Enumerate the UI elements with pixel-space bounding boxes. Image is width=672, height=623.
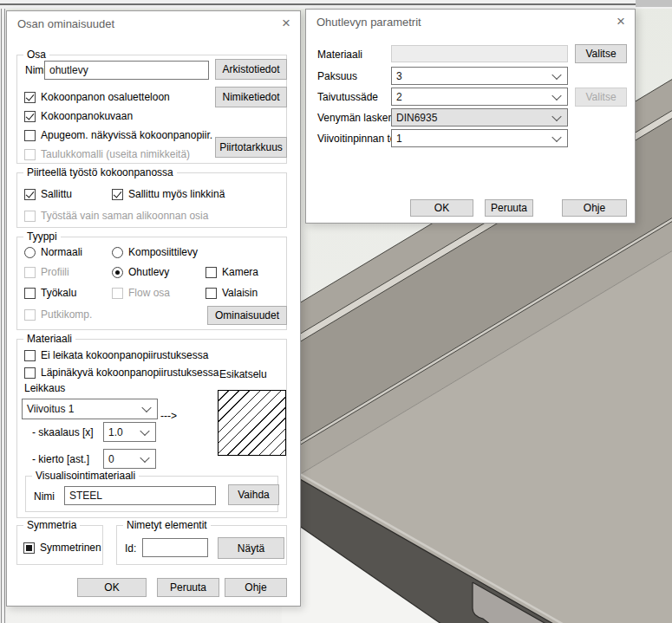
- checkbox-box: [24, 149, 36, 160]
- checkbox-symmetrinen[interactable]: Symmetrinen: [23, 541, 101, 555]
- bend-radius-select[interactable]: 2: [391, 88, 568, 106]
- checkbox-box[interactable]: [112, 189, 123, 200]
- close-icon[interactable]: ×: [617, 12, 625, 31]
- ohje-button[interactable]: Ohje: [225, 578, 287, 597]
- esikatselu-label: Esikatselu: [219, 368, 267, 380]
- combo-value: 3: [396, 70, 402, 82]
- arrow-label: --->: [160, 410, 177, 422]
- radio-circle[interactable]: [112, 247, 123, 258]
- checkbox-tyokalu[interactable]: Työkalu: [24, 286, 76, 300]
- checkbox-label: Työkalu: [41, 287, 76, 299]
- arkistotiedot-button[interactable]: Arkistotiedot: [215, 59, 287, 80]
- checkbox-lapinakyva[interactable]: Läpinäkyvä kokoonpanopiirustuksessa: [24, 366, 219, 380]
- checkbox-kamera[interactable]: Kamera: [206, 265, 258, 279]
- group-label: Materiaali: [23, 333, 75, 345]
- checkbox-label: Putkikomp.: [41, 308, 92, 321]
- peruuta-button[interactable]: Peruuta: [485, 199, 533, 217]
- elongation-select[interactable]: DIN6935: [391, 108, 568, 127]
- chevron-down-icon: [140, 425, 149, 435]
- dialog-title: Osan ominaisuudet: [7, 11, 300, 36]
- checkbox-label: Taulukkomalli (useita nimikkeitä): [41, 148, 190, 160]
- checkbox-box[interactable]: [24, 130, 36, 141]
- nimi-label: Nimi: [25, 64, 46, 76]
- checkbox-box[interactable]: [206, 288, 217, 299]
- hatch-rotation-select[interactable]: 0: [103, 449, 156, 469]
- combo-value: 2: [396, 91, 402, 103]
- nayta-button[interactable]: Näytä: [218, 537, 284, 559]
- ohje-button[interactable]: Ohje: [562, 199, 627, 217]
- radio-normaali[interactable]: Normaali: [24, 245, 82, 259]
- kierto-label: - kierto [ast.]: [32, 453, 89, 465]
- piirtotarkkuus-button[interactable]: Piirtotarkkuus: [215, 137, 287, 158]
- radio-circle[interactable]: [24, 247, 36, 258]
- checkbox-label: Apugeom. näkyvissä kokoonpanopiir.: [41, 129, 212, 141]
- checkbox-box[interactable]: [23, 542, 35, 554]
- group-label: Visualisointimateriaali: [32, 470, 139, 482]
- checkbox-label: Työstää vain saman alikoonnan osia: [41, 210, 208, 222]
- tolerance-select[interactable]: 1: [391, 129, 568, 147]
- chevron-down-icon: [141, 403, 151, 412]
- checkbox-profiili: Profiili: [24, 265, 69, 279]
- element-id-input[interactable]: [142, 538, 208, 557]
- chevron-down-icon: [551, 132, 561, 141]
- thickness-select[interactable]: 3: [391, 67, 568, 85]
- checkbox-box[interactable]: [24, 288, 36, 299]
- nimi-label-row: Nimi: [25, 63, 46, 77]
- ominaisuudet-button[interactable]: Ominaisuudet: [207, 306, 287, 325]
- checkbox-flow-osa: Flow osa: [112, 286, 170, 300]
- chevron-down-icon: [551, 90, 561, 100]
- group-label: Symmetria: [23, 519, 80, 531]
- checkbox-label: Symmetrinen: [40, 542, 101, 554]
- radio-circle[interactable]: [112, 267, 123, 278]
- checkbox-box[interactable]: [206, 267, 217, 278]
- radio-label: Normaali: [41, 246, 82, 258]
- peruuta-button[interactable]: Peruuta: [157, 578, 219, 597]
- chevron-down-icon: [551, 111, 561, 120]
- paksuus-label: Paksuus: [317, 70, 357, 82]
- ok-button[interactable]: OK: [410, 199, 473, 217]
- dialog-title: Ohutlevyn parametrit: [306, 10, 635, 34]
- skaalaus-label: - skaalaus [x]: [32, 426, 94, 438]
- radio-ohutlevy[interactable]: Ohutlevy: [112, 265, 169, 279]
- checkbox-box[interactable]: [24, 350, 36, 361]
- combo-value: Viivoitus 1: [27, 403, 74, 415]
- toolbar-divider: [0, 3, 636, 5]
- checkbox-box[interactable]: [24, 189, 36, 200]
- combo-value: DIN6935: [396, 112, 437, 124]
- group-label: Piirteellä työstö kokoonpanossa: [23, 166, 177, 178]
- checkbox-valaisin[interactable]: Valaisin: [206, 286, 258, 300]
- hatch-scale-select[interactable]: 1.0: [103, 422, 156, 442]
- checkbox-ei-leikata[interactable]: Ei leikata kokoonpanopiirustuksessa: [24, 348, 208, 362]
- checkbox-label: Sallittu myös linkkinä: [128, 188, 225, 200]
- checkbox-box[interactable]: [24, 92, 36, 103]
- close-icon[interactable]: ×: [282, 14, 290, 33]
- toolbar-corner-fragment: [636, 0, 672, 7]
- checkbox-box[interactable]: [24, 111, 36, 122]
- valitse-button[interactable]: Valitse: [575, 44, 627, 63]
- checkbox-box[interactable]: [24, 367, 36, 379]
- combo-value: 1.0: [108, 426, 123, 438]
- vaihda-button[interactable]: Vaihda: [228, 484, 279, 505]
- checkbox-sallittu[interactable]: Sallittu: [24, 187, 72, 201]
- checkbox-parts-list[interactable]: Kokoonpanon osaluetteloon: [24, 90, 170, 104]
- combo-value: 0: [108, 453, 114, 465]
- combo-value: 1: [396, 133, 402, 145]
- checkbox-sallittu-linkki[interactable]: Sallittu myös linkkinä: [112, 187, 225, 201]
- ok-button[interactable]: OK: [77, 578, 147, 597]
- checkbox-label: Sallittu: [41, 188, 72, 200]
- checkbox-label: Valaisin: [222, 287, 258, 299]
- radio-komposiittilevy[interactable]: Komposiittilevy: [112, 245, 198, 259]
- valitse-disabled-button: Valitse: [575, 88, 627, 107]
- checkbox-alikoonta: Työstää vain saman alikoonnan osia: [24, 209, 208, 223]
- chevron-down-icon: [140, 452, 149, 462]
- sheet-metal-parameters-dialog: Ohutlevyn parametrit × Materiaali Valits…: [305, 9, 636, 224]
- checkbox-helper-geometry[interactable]: Apugeom. näkyvissä kokoonpanopiir.: [24, 128, 212, 142]
- id-label: Id:: [125, 542, 136, 555]
- nimiketiedot-button[interactable]: Nimiketiedot: [215, 87, 287, 107]
- hatch-style-select[interactable]: Viivoitus 1: [22, 399, 158, 419]
- part-name-input[interactable]: ohutlevy: [44, 61, 209, 80]
- checkbox-box: [24, 309, 36, 321]
- visual-material-input[interactable]: STEEL: [64, 486, 216, 505]
- checkbox-box: [112, 288, 123, 299]
- checkbox-assembly-drawing[interactable]: Kokoonpanokuvaan: [24, 109, 133, 123]
